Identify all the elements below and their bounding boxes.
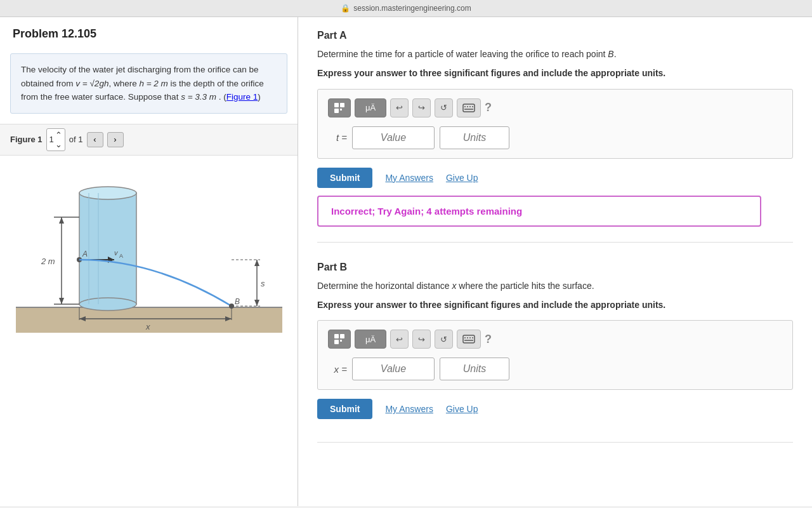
formula-s: s = 3.3 m xyxy=(181,92,216,102)
undo-button-b[interactable]: ↩ xyxy=(390,330,409,349)
part-a-give-up-link[interactable]: Give Up xyxy=(446,173,478,183)
figure-of: of 1 xyxy=(69,135,83,144)
svg-text:A: A xyxy=(119,253,123,259)
part-b-my-answers-link[interactable]: My Answers xyxy=(385,404,433,414)
part-a-question: Determine the time for a particle of wat… xyxy=(317,48,793,61)
svg-point-4 xyxy=(79,298,136,311)
part-b-submit-button[interactable]: Submit xyxy=(317,399,372,419)
figure-diagram: 2 m A v A B s xyxy=(16,161,282,333)
part-b-actions: Submit My Answers Give Up xyxy=(317,399,793,419)
part-b-input-row: x = xyxy=(328,358,782,380)
part-a-actions: Submit My Answers Give Up xyxy=(317,168,793,188)
part-a-answer-box: μÄ ↩ ↪ ↺ ? xyxy=(317,89,793,159)
figure-next-button[interactable]: › xyxy=(107,132,124,147)
part-a-eq-label: t = xyxy=(328,132,347,143)
keyboard-button-b[interactable] xyxy=(457,330,481,349)
chevron-icon: ⌃⌄ xyxy=(55,130,62,149)
problem-description: The velocity of the water jet dischargin… xyxy=(10,53,287,114)
svg-text:x: x xyxy=(145,322,150,331)
svg-rect-2 xyxy=(79,193,136,304)
right-panel: Part A Determine the time for a particle… xyxy=(298,17,812,506)
browser-url: session.masteringengineering.com xyxy=(353,4,471,13)
svg-text:B: B xyxy=(235,297,240,306)
svg-marker-25 xyxy=(254,300,259,306)
help-button-b[interactable]: ? xyxy=(485,333,492,346)
svg-rect-34 xyxy=(340,103,344,107)
part-b-question: Determine the horizontal distance x wher… xyxy=(317,279,793,293)
figure1-link[interactable]: Figure 1 xyxy=(226,92,258,102)
grid-button-b[interactable] xyxy=(328,330,351,349)
figure-nav: Figure 1 1 ⌃⌄ of 1 ‹ › xyxy=(0,124,298,155)
svg-rect-36 xyxy=(340,109,342,110)
svg-rect-45 xyxy=(334,340,339,344)
refresh-button-a[interactable]: ↺ xyxy=(435,98,453,117)
part-b-value-input[interactable] xyxy=(352,358,435,380)
part-b-eq-label: x = xyxy=(328,364,347,375)
part-b-title: Part B xyxy=(317,262,793,273)
main-layout: Problem 12.105 The velocity of the water… xyxy=(0,17,812,506)
svg-rect-46 xyxy=(340,340,342,342)
svg-rect-37 xyxy=(463,104,475,112)
svg-rect-43 xyxy=(334,334,339,338)
svg-marker-11 xyxy=(59,298,64,304)
svg-rect-44 xyxy=(340,334,344,338)
part-b-section: Part B Determine the horizontal distance… xyxy=(317,262,793,443)
left-panel: Problem 12.105 The velocity of the water… xyxy=(0,17,298,506)
figure-image: 2 m A v A B s xyxy=(0,155,298,339)
part-a-my-answers-link[interactable]: My Answers xyxy=(385,173,433,183)
svg-rect-33 xyxy=(334,103,339,107)
part-a-toolbar: μÄ ↩ ↪ ↺ ? xyxy=(328,98,782,117)
help-button-a[interactable]: ? xyxy=(485,101,492,114)
figure-select[interactable]: 1 ⌃⌄ xyxy=(46,128,65,151)
refresh-button-b[interactable]: ↺ xyxy=(435,330,453,349)
keyboard-button-a[interactable] xyxy=(457,98,481,117)
svg-marker-24 xyxy=(254,260,259,266)
part-a-title: Part A xyxy=(317,30,793,41)
mu-button-a[interactable]: μÄ xyxy=(355,98,386,117)
part-a-instructions: Express your answer to three significant… xyxy=(317,67,793,80)
lock-icon: 🔒 xyxy=(341,4,350,13)
problem-title: Problem 12.105 xyxy=(0,17,298,47)
svg-marker-10 xyxy=(59,217,64,224)
svg-text:2 m: 2 m xyxy=(41,257,55,266)
svg-point-3 xyxy=(79,187,136,199)
mu-button-b[interactable]: μÄ xyxy=(355,330,386,349)
svg-rect-47 xyxy=(463,335,475,343)
part-a-feedback: Incorrect; Try Again; 4 attempts remaini… xyxy=(317,196,761,227)
figure-prev-button[interactable]: ‹ xyxy=(87,132,103,147)
redo-button-a[interactable]: ↪ xyxy=(412,98,431,117)
part-b-instructions: Express your answer to three significant… xyxy=(317,299,793,312)
part-b-toolbar: μÄ ↩ ↪ ↺ ? xyxy=(328,330,782,349)
formula-h: h = 2 m xyxy=(139,79,167,88)
grid-button-a[interactable] xyxy=(328,98,351,117)
figure-label: Figure 1 xyxy=(10,135,43,144)
part-a-value-input[interactable] xyxy=(352,126,435,149)
part-a-input-row: t = xyxy=(328,126,782,149)
svg-text:A: A xyxy=(82,250,88,258)
undo-button-a[interactable]: ↩ xyxy=(390,98,409,117)
svg-text:s: s xyxy=(261,279,265,288)
part-a-units-input[interactable] xyxy=(440,126,509,149)
browser-bar: 🔒 session.masteringengineering.com xyxy=(0,0,812,17)
part-b-give-up-link[interactable]: Give Up xyxy=(446,404,478,414)
redo-button-b[interactable]: ↪ xyxy=(412,330,431,349)
formula-v: v = √2gh xyxy=(75,79,108,88)
part-a-submit-button[interactable]: Submit xyxy=(317,168,372,188)
figure-select-value: 1 xyxy=(49,135,54,144)
part-a-section: Part A Determine the time for a particle… xyxy=(317,30,793,243)
part-b-units-input[interactable] xyxy=(440,358,509,380)
part-b-answer-box: μÄ ↩ ↪ ↺ ? xyxy=(317,320,793,390)
svg-rect-35 xyxy=(334,109,339,113)
